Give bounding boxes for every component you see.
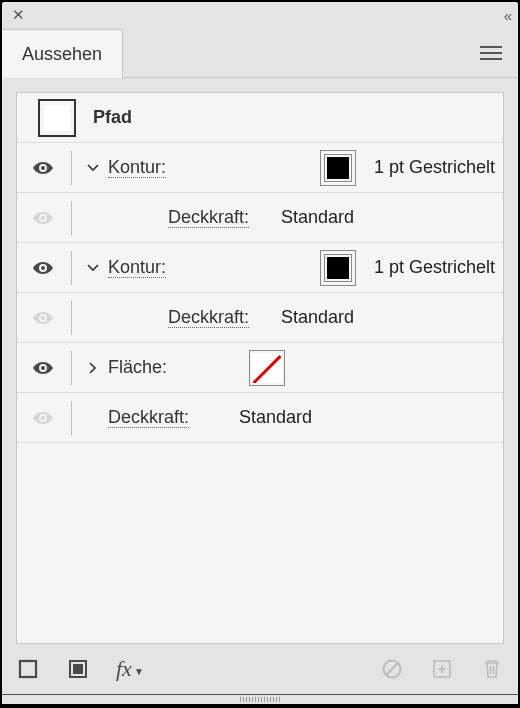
visibility-icon[interactable] <box>32 260 54 276</box>
chevron-right-icon[interactable] <box>78 362 108 374</box>
stroke-label[interactable]: Kontur: <box>108 157 166 178</box>
new-stroke-icon[interactable] <box>16 657 40 681</box>
attribute-row-stroke[interactable]: Kontur: 1 pt Gestrichelt <box>17 243 503 293</box>
tab-appearance[interactable]: Aussehen <box>2 29 123 78</box>
tab-label: Aussehen <box>22 44 102 65</box>
opacity-value: Standard <box>229 407 312 428</box>
attribute-row-fill[interactable]: Fläche: <box>17 343 503 393</box>
panel-menu-icon[interactable] <box>480 46 502 60</box>
new-fill-icon[interactable] <box>66 657 90 681</box>
visibility-icon[interactable] <box>32 160 54 176</box>
fx-text: fx <box>116 656 132 682</box>
clear-appearance-icon[interactable] <box>380 657 404 681</box>
appearance-list: Pfad Kontur: 1 pt Gestrichelt <box>16 92 504 644</box>
add-effect-button[interactable]: fx▼ <box>116 656 144 682</box>
opacity-value: Standard <box>271 307 354 328</box>
stroke-color-swatch[interactable] <box>320 150 356 186</box>
visibility-icon[interactable] <box>32 310 54 326</box>
close-icon[interactable]: ✕ <box>12 6 25 24</box>
svg-line-4 <box>386 663 398 675</box>
resize-gripper[interactable] <box>2 694 518 704</box>
attribute-row-stroke[interactable]: Kontur: 1 pt Gestrichelt <box>17 143 503 193</box>
appearance-panel: ✕ « Aussehen Pfad <box>2 2 518 704</box>
collapse-icon[interactable]: « <box>504 7 508 24</box>
duplicate-icon[interactable] <box>430 657 454 681</box>
stroke-value[interactable]: 1 pt Gestrichelt <box>356 157 495 178</box>
visibility-icon[interactable] <box>32 360 54 376</box>
visibility-icon[interactable] <box>32 210 54 226</box>
chevron-down-icon[interactable] <box>78 262 108 274</box>
stroke-value[interactable]: 1 pt Gestrichelt <box>356 257 495 278</box>
fill-color-swatch[interactable] <box>249 350 285 386</box>
fill-label: Fläche: <box>108 357 167 377</box>
object-type-label: Pfad <box>93 107 132 128</box>
object-header-row[interactable]: Pfad <box>17 93 503 143</box>
visibility-icon[interactable] <box>32 410 54 426</box>
opacity-label[interactable]: Deckkraft: <box>168 307 249 328</box>
stroke-color-swatch[interactable] <box>320 250 356 286</box>
stroke-label[interactable]: Kontur: <box>108 257 166 278</box>
trash-icon[interactable] <box>480 657 504 681</box>
attribute-row-opacity[interactable]: Deckkraft: Standard <box>17 193 503 243</box>
attribute-row-opacity[interactable]: Deckkraft: Standard <box>17 393 503 443</box>
svg-rect-2 <box>73 664 83 674</box>
attribute-row-opacity[interactable]: Deckkraft: Standard <box>17 293 503 343</box>
object-thumbnail <box>38 99 76 137</box>
opacity-label[interactable]: Deckkraft: <box>168 207 249 228</box>
tab-bar: Aussehen <box>2 28 518 78</box>
chevron-down-icon[interactable] <box>78 162 108 174</box>
panel-footer: fx▼ <box>2 644 518 694</box>
opacity-label[interactable]: Deckkraft: <box>108 407 189 428</box>
panel-titlebar: ✕ « <box>2 2 518 28</box>
opacity-value: Standard <box>271 207 354 228</box>
svg-rect-0 <box>20 661 36 677</box>
